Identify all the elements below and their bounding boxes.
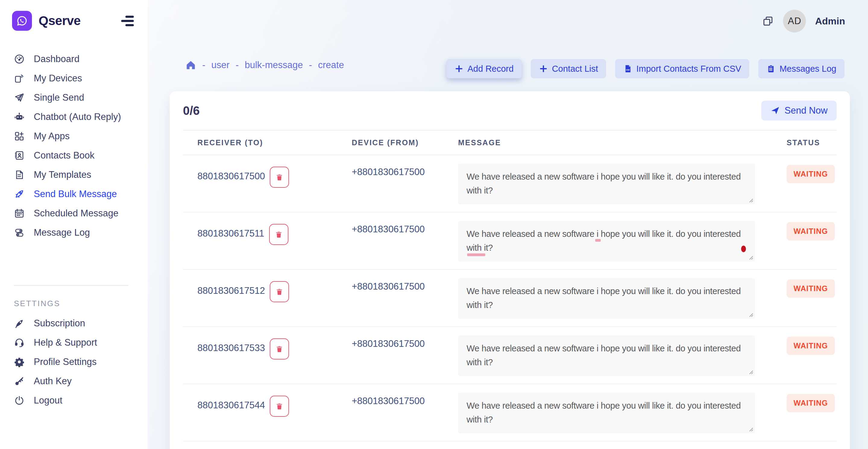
clipboard-icon (767, 64, 775, 73)
rocket-icon (14, 189, 25, 199)
trash-icon (275, 287, 284, 296)
resize-handle-icon[interactable] (748, 255, 753, 260)
delete-row-button[interactable] (269, 224, 288, 245)
send-now-button[interactable]: Send Now (761, 101, 837, 121)
whatsapp-logo-icon (12, 11, 32, 31)
sidebar-item-profile-settings[interactable]: Profile Settings (0, 352, 148, 372)
message-textarea[interactable]: We have released a new software i hope y… (458, 221, 755, 262)
trash-icon (275, 402, 284, 411)
svg-text:csv: csv (626, 68, 630, 71)
breadcrumb-separator: - (202, 60, 205, 70)
sidebar-item-dashboard[interactable]: Dashboard (0, 50, 148, 69)
power-icon (14, 395, 25, 406)
plus-icon (539, 64, 548, 73)
trash-icon (274, 230, 283, 239)
device-number: +8801830617500 (331, 213, 438, 269)
table-row: 8801830617511 +8801830617500 We have rel… (183, 213, 837, 270)
key-icon (14, 376, 25, 387)
sidebar-item-logout[interactable]: Logout (0, 391, 148, 410)
messages-log-button[interactable]: Messages Log (758, 59, 844, 78)
sidebar-item-subscription[interactable]: Subscription (0, 314, 148, 333)
sidebar-item-send-bulk-message[interactable]: Send Bulk Message (0, 185, 148, 204)
sidebar-settings-nav: Subscription Help & Support Profile Sett… (0, 314, 148, 410)
receiver-number: 8801830617533 (197, 339, 265, 358)
settings-section-label: SETTINGS (14, 299, 148, 308)
sidebar-item-help-support[interactable]: Help & Support (0, 333, 148, 352)
sidebar-item-chatbot[interactable]: Chatbot (Auto Reply) (0, 107, 148, 127)
delete-row-button[interactable] (270, 167, 289, 188)
home-icon[interactable] (185, 60, 196, 70)
device-number: +8801830617500 (331, 155, 438, 212)
breadcrumb-item-user[interactable]: user (211, 60, 229, 70)
table-row: 8801830617512 +8801830617500 We have rel… (183, 270, 837, 327)
resize-handle-icon[interactable] (748, 370, 753, 374)
hamburger-menu-icon[interactable] (121, 15, 134, 27)
table-row: 8801830617533 +8801830617500 We have rel… (183, 327, 837, 384)
col-header-status: STATUS (774, 138, 837, 147)
send-icon (770, 106, 780, 116)
calendar-icon (14, 208, 25, 219)
sidebar-item-contacts-book[interactable]: Contacts Book (0, 146, 148, 165)
col-header-device: DEVICE (FROM) (331, 138, 438, 147)
paper-plane-icon (14, 92, 25, 103)
resize-handle-icon[interactable] (748, 198, 753, 202)
card-header: 0/6 Send Now (183, 91, 837, 130)
status-badge: WAITING (786, 222, 835, 240)
robot-icon (14, 111, 25, 122)
device-number: +8801830617500 (331, 270, 438, 326)
breadcrumb-item-create[interactable]: create (318, 60, 344, 70)
sidebar-item-my-apps[interactable]: My Apps (0, 127, 148, 146)
headset-icon (14, 337, 25, 348)
gear-icon (14, 356, 25, 367)
status-badge: WAITING (786, 394, 835, 412)
sidebar-item-message-log[interactable]: Message Log (0, 223, 148, 242)
message-textarea[interactable]: We have released a new software i hope y… (458, 335, 755, 376)
progress-counter: 0/6 (183, 104, 200, 118)
contact-list-button[interactable]: Contact List (531, 59, 606, 78)
col-header-message: MESSAGE (438, 138, 774, 147)
breadcrumb: - user - bulk-message - create (185, 60, 344, 70)
table-header-row: RECEIVER (TO) DEVICE (FROM) MESSAGE STAT… (183, 130, 837, 155)
sidebar-nav: Dashboard My Devices Single Send Chatbot… (0, 50, 148, 242)
logo-row: Qserve (0, 0, 148, 31)
sidebar-item-single-send[interactable]: Single Send (0, 88, 148, 107)
sidebar: Qserve Dashboard My Devices Single Send … (0, 0, 148, 449)
resize-handle-icon[interactable] (748, 312, 753, 317)
topbar-right: AD Admin (762, 10, 845, 33)
sidebar-item-auth-key[interactable]: Auth Key (0, 372, 148, 391)
message-textarea[interactable]: We have released a new software i hope y… (458, 164, 755, 204)
trash-icon (275, 173, 284, 182)
breadcrumb-separator: - (236, 60, 239, 70)
delete-row-button[interactable] (270, 339, 289, 359)
rocket-filled-icon (14, 318, 25, 329)
template-icon (14, 169, 25, 180)
avatar[interactable]: AD (783, 10, 806, 33)
receiver-number: 8801830617511 (197, 224, 264, 243)
csv-file-icon: csv (623, 64, 632, 73)
sidebar-divider (14, 285, 128, 286)
sidebar-item-my-devices[interactable]: My Devices (0, 69, 148, 88)
apps-icon (14, 131, 25, 141)
device-number: +8801830617500 (331, 384, 438, 441)
bulk-message-card: 0/6 Send Now RECEIVER (TO) DEVICE (FROM)… (170, 91, 850, 449)
trash-icon (275, 345, 284, 353)
receiver-number: 8801830617500 (197, 167, 265, 186)
breadcrumb-item-bulk-message[interactable]: bulk-message (245, 60, 303, 70)
delete-row-button[interactable] (270, 281, 289, 302)
status-badge: WAITING (786, 336, 835, 355)
grammar-indicator-dot (741, 246, 746, 252)
contacts-icon (14, 150, 25, 161)
add-record-button[interactable]: Add Record (446, 59, 522, 78)
import-contacts-csv-button[interactable]: csv Import Contacts From CSV (615, 59, 749, 78)
col-header-receiver: RECEIVER (TO) (183, 138, 331, 147)
sidebar-item-my-templates[interactable]: My Templates (0, 165, 148, 185)
actions-row: Add Record Contact List csv Import Conta… (446, 59, 844, 78)
dashboard-icon (14, 54, 25, 64)
message-textarea[interactable]: We have released a new software i hope y… (458, 278, 755, 319)
message-textarea[interactable]: We have released a new software i hope y… (458, 393, 755, 433)
resize-handle-icon[interactable] (748, 427, 753, 431)
copy-icon[interactable] (762, 15, 774, 27)
sidebar-item-scheduled-message[interactable]: Scheduled Message (0, 204, 148, 223)
delete-row-button[interactable] (270, 396, 289, 417)
receiver-number: 8801830617512 (197, 281, 265, 300)
